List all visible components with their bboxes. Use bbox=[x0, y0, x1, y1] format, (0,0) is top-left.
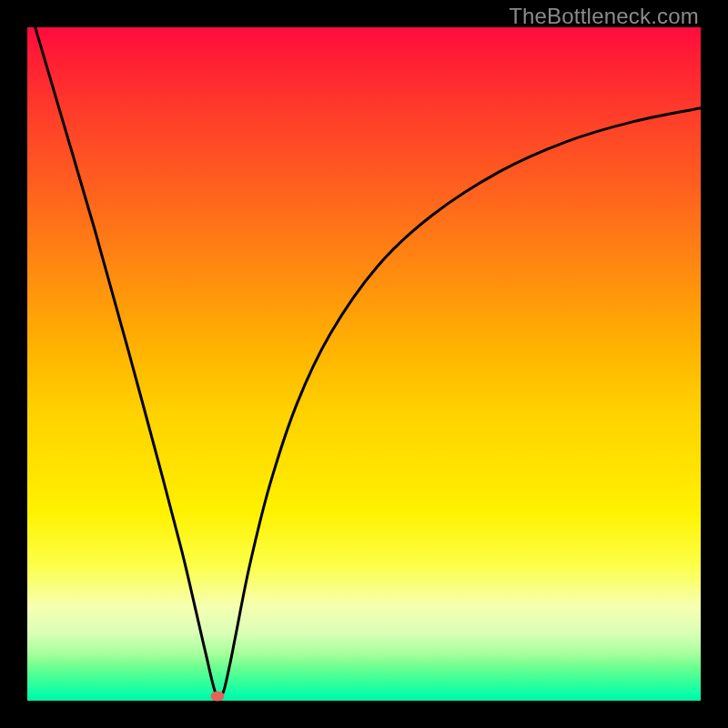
bottleneck-curve bbox=[27, 0, 701, 698]
optimum-marker bbox=[210, 691, 224, 701]
watermark-text: TheBottleneck.com bbox=[509, 4, 699, 29]
chart-frame: TheBottleneck.com bbox=[0, 0, 728, 728]
curve-svg bbox=[27, 27, 701, 701]
plot-area bbox=[27, 27, 701, 701]
